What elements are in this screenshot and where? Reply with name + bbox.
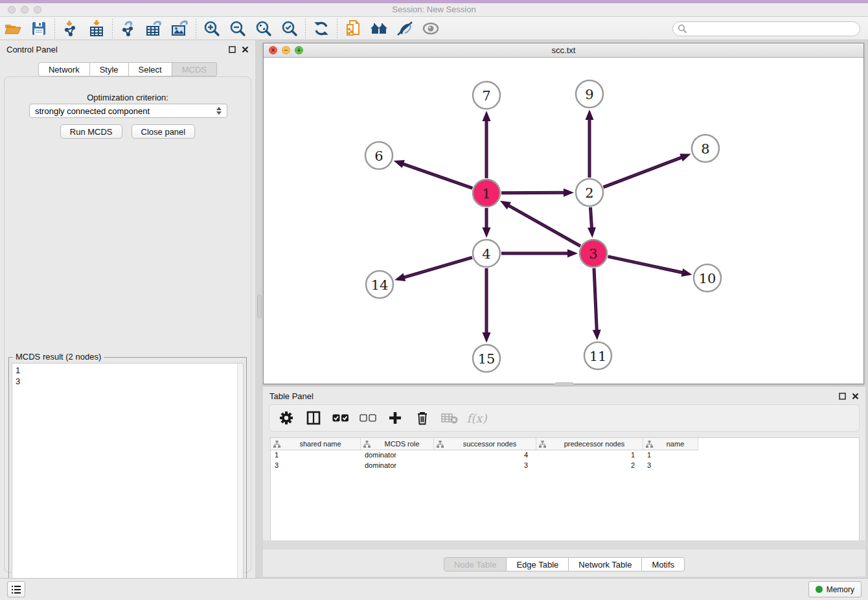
graph-node-4[interactable]: 4 xyxy=(473,240,500,267)
table-row[interactable]: 3dominator323 xyxy=(271,461,859,471)
splitter-grip-horizontal[interactable] xyxy=(554,382,574,386)
unselect-all-columns-icon[interactable] xyxy=(356,407,380,429)
column-header-name[interactable]: name xyxy=(643,438,698,450)
tab-network[interactable]: Network xyxy=(38,62,90,76)
network-window-titlebar[interactable]: × − + scc.txt xyxy=(264,43,863,58)
edge-2-8[interactable] xyxy=(604,150,692,187)
edge-1-7[interactable] xyxy=(483,111,491,178)
column-header-MCDS-role[interactable]: MCDS role xyxy=(361,438,434,450)
optimization-criterion-select[interactable]: strongly connected component xyxy=(29,104,227,118)
task-history-button[interactable] xyxy=(7,581,25,597)
open-session-icon[interactable] xyxy=(0,18,26,39)
graph-node-1[interactable]: 1 xyxy=(473,179,500,207)
graph-node-10[interactable]: 10 xyxy=(694,264,721,292)
column-hierarchy-icon xyxy=(363,441,371,448)
graph-node-2[interactable]: 2 xyxy=(576,179,603,206)
close-panel-button[interactable]: Close panel xyxy=(131,124,196,139)
zoom-fit-icon[interactable] xyxy=(251,18,277,39)
svg-text:9: 9 xyxy=(585,87,593,102)
graph-node-7[interactable]: 7 xyxy=(473,82,500,109)
edge-3-11[interactable] xyxy=(593,268,602,340)
memory-button-label: Memory xyxy=(827,585,854,594)
network-window-controls[interactable]: × − + xyxy=(269,46,303,54)
table-toolbar: f(x) xyxy=(269,404,860,432)
table-cell: 1 xyxy=(271,450,361,461)
table-row[interactable]: 1dominator411 xyxy=(271,450,859,461)
graph-node-14[interactable]: 14 xyxy=(366,271,393,298)
refresh-layout-icon[interactable] xyxy=(308,18,334,39)
export-network-icon[interactable] xyxy=(115,18,141,39)
save-session-icon[interactable] xyxy=(26,18,52,39)
graph-node-8[interactable]: 8 xyxy=(692,135,719,162)
mcds-result-list[interactable]: 1 3 xyxy=(12,363,244,600)
edge-2-9[interactable] xyxy=(586,110,594,178)
column-hierarchy-icon xyxy=(273,441,280,448)
graph-node-15[interactable]: 15 xyxy=(473,345,500,372)
edge-4-15[interactable] xyxy=(483,268,491,343)
svg-text:14: 14 xyxy=(371,277,389,293)
select-all-columns-icon[interactable] xyxy=(329,407,352,429)
close-table-panel-icon[interactable] xyxy=(852,393,859,400)
column-header-successor-nodes[interactable]: successor nodes xyxy=(434,438,536,450)
result-scrollbar[interactable] xyxy=(237,363,243,600)
edge-4-3[interactable] xyxy=(501,249,578,258)
network-maximize-icon[interactable]: + xyxy=(295,46,303,54)
table-type-tabs: Node TableEdge TableNetwork TableMotifs xyxy=(263,557,865,571)
edge-2-3[interactable] xyxy=(588,207,597,238)
graph-node-3[interactable]: 3 xyxy=(580,240,607,267)
edge-1-2[interactable] xyxy=(501,189,574,197)
export-table-icon[interactable] xyxy=(141,18,167,39)
zoom-out-icon[interactable] xyxy=(225,18,251,39)
edge-1-4[interactable] xyxy=(483,208,491,238)
graph-node-9[interactable]: 9 xyxy=(576,80,603,108)
graph-node-6[interactable]: 6 xyxy=(365,142,393,169)
float-table-panel-icon[interactable] xyxy=(839,393,846,400)
show-columns-icon[interactable] xyxy=(302,407,325,429)
table-panel-title: Table Panel xyxy=(269,391,839,401)
close-panel-icon[interactable] xyxy=(242,46,249,53)
column-header-predecessor-nodes[interactable]: predecessor nodes xyxy=(536,438,643,450)
network-close-icon[interactable]: × xyxy=(269,46,277,54)
table-cell: 2 xyxy=(536,461,643,471)
create-column-plus-icon[interactable] xyxy=(383,407,407,429)
search-input[interactable] xyxy=(687,22,860,36)
tab-network-table[interactable]: Network Table xyxy=(569,557,642,571)
memory-button[interactable]: Memory xyxy=(808,581,862,597)
edge-4-14[interactable] xyxy=(393,257,472,284)
edge-3-10[interactable] xyxy=(608,257,692,279)
tab-edge-table[interactable]: Edge Table xyxy=(507,557,569,571)
table-cell: 3 xyxy=(434,461,536,471)
float-panel-icon[interactable] xyxy=(229,46,236,53)
tab-motifs[interactable]: Motifs xyxy=(642,557,685,571)
control-panel-title: Control Panel xyxy=(6,45,229,54)
svg-text:3: 3 xyxy=(589,246,597,262)
node-table[interactable]: shared nameMCDS rolesuccessor nodesprede… xyxy=(270,437,860,549)
edge-1-6[interactable] xyxy=(393,157,473,189)
tab-node-table[interactable]: Node Table xyxy=(444,557,507,571)
graph-node-11[interactable]: 11 xyxy=(584,342,611,369)
splitter-grip-vertical[interactable] xyxy=(257,295,262,318)
tab-style[interactable]: Style xyxy=(90,62,129,76)
control-panel: Control Panel NetworkStyleSelectMCDS Opt… xyxy=(0,40,255,578)
zoom-in-icon[interactable] xyxy=(199,18,225,39)
tab-select[interactable]: Select xyxy=(129,62,172,76)
vizmapper-icon[interactable] xyxy=(392,18,418,39)
search-box[interactable] xyxy=(672,21,860,36)
import-table-icon[interactable] xyxy=(84,18,109,39)
hide-panel-eye-icon[interactable] xyxy=(418,18,444,39)
edge-3-1[interactable] xyxy=(498,197,580,246)
network-canvas[interactable]: 1234678910111415 xyxy=(264,58,863,384)
column-settings-gear-icon[interactable] xyxy=(275,407,298,429)
network-view-window: × − + scc.txt 1234678910111415 xyxy=(263,43,864,384)
zoom-selected-icon[interactable] xyxy=(277,18,303,39)
export-image-icon[interactable] xyxy=(167,18,193,39)
run-mcds-button[interactable]: Run MCDS xyxy=(60,124,122,139)
delete-column-trash-icon[interactable] xyxy=(411,407,434,429)
svg-text:6: 6 xyxy=(374,148,383,164)
home-icon[interactable] xyxy=(366,18,392,39)
tab-mcds[interactable]: MCDS xyxy=(172,62,217,76)
network-minimize-icon[interactable]: − xyxy=(282,46,290,54)
new-network-icon[interactable] xyxy=(340,18,366,39)
column-header-shared-name[interactable]: shared name xyxy=(271,438,361,450)
import-network-icon[interactable] xyxy=(58,18,84,39)
